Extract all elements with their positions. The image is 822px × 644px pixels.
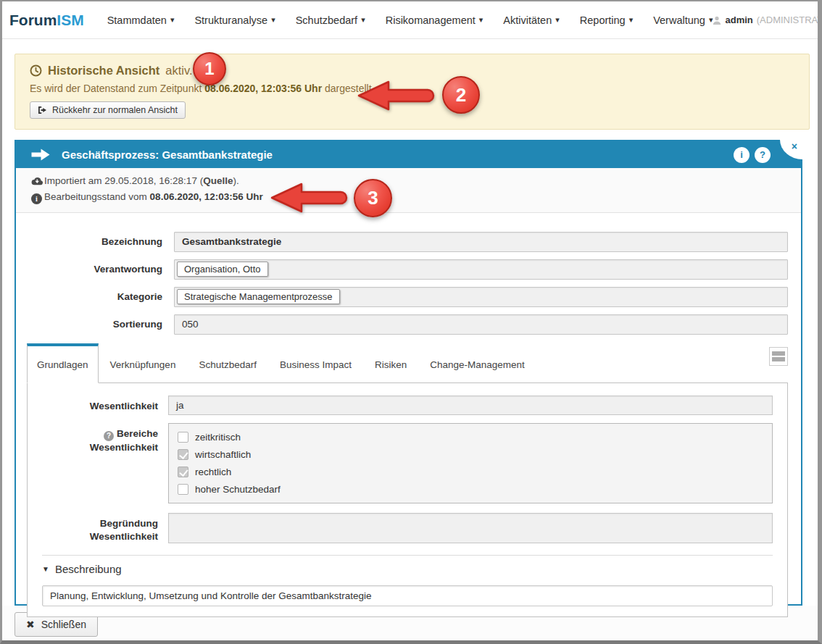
- info-circle-icon: i: [31, 193, 44, 204]
- beschreibung-input[interactable]: Planung, Entwicklung, Umsetzung und Kont…: [42, 585, 773, 606]
- user-name: admin: [725, 14, 752, 25]
- form-row-kategorie: Kategorie Strategische Managementprozess…: [16, 287, 788, 307]
- tab-verknuepfungen[interactable]: Verknüpfungen: [99, 343, 188, 382]
- chevron-down-icon: ▾: [629, 16, 634, 24]
- panel-header-icons: i ?: [734, 147, 771, 163]
- app-logo[interactable]: ForumISM: [9, 12, 84, 29]
- row-wesentlichkeit: Wesentlichkeit ja: [42, 396, 773, 415]
- panel-header: Geschäftsprozess: Gesamtbankstrategie i …: [16, 141, 801, 168]
- tab-risiken[interactable]: Risiken: [363, 343, 418, 382]
- annotation-badge-1: 1: [193, 52, 226, 85]
- tab-bar: Grundlagen Verknüpfungen Schutzbedarf Bu…: [27, 343, 788, 382]
- user-role: (ADMINISTRATOR): [757, 14, 822, 25]
- nav-item-label: Aktivitäten: [503, 14, 552, 26]
- close-button-label: Schließen: [41, 619, 86, 630]
- list-view-icon[interactable]: [769, 347, 788, 366]
- return-to-normal-view-button[interactable]: Rückkehr zur normalen Ansicht: [30, 101, 186, 119]
- tab-schutzbedarf[interactable]: Schutzbedarf: [187, 343, 268, 382]
- section-divider: [42, 555, 773, 556]
- triangle-down-icon: ▼: [42, 565, 49, 573]
- row-bereiche-wesentlichkeit: ?Bereiche Wesentlichkeit zeitkritisch wi…: [42, 423, 773, 503]
- import-text: Importiert am 29.05.2018, 16:28:17 (: [44, 175, 203, 186]
- nav-item-label: Risikomanagement: [386, 14, 476, 26]
- checkbox-label: hoher Schutzbedarf: [195, 484, 281, 495]
- business-process-panel: Geschäftsprozess: Gesamtbankstrategie i …: [14, 140, 802, 606]
- user-menu[interactable]: admin (ADMINISTRATOR) ▾: [713, 14, 822, 25]
- logo-part-ism: ISM: [57, 12, 83, 28]
- checkbox-label: rechtlich: [195, 467, 231, 477]
- bezeichnung-field: Gesamtbankstrategie: [174, 232, 788, 252]
- checkbox-label: wirtschaftlich: [195, 449, 251, 460]
- arrow-right-icon: [31, 149, 50, 161]
- tab-area: Grundlagen Verknüpfungen Schutzbedarf Bu…: [27, 343, 788, 617]
- sign-out-icon: [38, 106, 47, 114]
- import-info-line: Importiert am 29.05.2018, 16:28:17 (Quel…: [31, 173, 786, 189]
- annotation-arrow-3: [270, 182, 351, 214]
- quelle-link[interactable]: Quelle: [203, 175, 233, 186]
- annotation-arrow-2: [357, 80, 438, 112]
- edit-state-timestamp: 08.06.2020, 12:03:56 Uhr: [150, 191, 263, 202]
- clock-icon: [30, 64, 42, 77]
- nav-item-strukturanalyse[interactable]: Strukturanalyse▾: [194, 14, 275, 26]
- beschreibung-title: Beschreibung: [55, 563, 122, 575]
- begruendung-field: [168, 513, 773, 543]
- process-form: Bezeichnung Gesamtbankstrategie Verantwo…: [16, 213, 801, 335]
- form-row-sortierung: Sortierung 050: [16, 314, 788, 335]
- bereiche-label: ?Bereiche Wesentlichkeit: [42, 423, 158, 503]
- logo-part-forum: Forum: [9, 12, 57, 28]
- checkbox-row-wirtschaftlich: wirtschaftlich: [178, 449, 763, 460]
- bezeichnung-label: Bezeichnung: [32, 232, 162, 252]
- kategorie-field: Strategische Managementprozesse: [174, 287, 788, 307]
- kategorie-label: Kategorie: [32, 287, 162, 307]
- row-begruendung: Begründung Wesentlichkeit: [42, 513, 773, 543]
- banner-title-text: Historische Ansicht: [48, 64, 159, 78]
- beschreibung-section-toggle[interactable]: ▼ Beschreibung: [42, 563, 773, 575]
- nav-item-risikomanagement[interactable]: Risikomanagement▾: [386, 14, 483, 26]
- import-text-suffix: ).: [233, 175, 238, 186]
- banner-title: Historische Ansicht aktiv.: [30, 64, 794, 78]
- help-icon[interactable]: ?: [755, 147, 771, 163]
- bereiche-checkbox-group: zeitkritisch wirtschaftlich rechtlich: [168, 423, 773, 503]
- top-navbar: ForumISM Stammdaten▾ Strukturanalyse▾ Sc…: [2, 1, 818, 39]
- form-row-verantwortung: Verantwortung Organisation, Otto: [16, 259, 788, 280]
- nav-item-label: Verwaltung: [653, 14, 705, 26]
- edit-state-text: Bearbeitungsstand vom: [44, 191, 147, 202]
- checkbox-wirtschaftlich: [178, 449, 188, 460]
- tab-change-management[interactable]: Change-Management: [418, 343, 536, 382]
- sortierung-label: Sortierung: [32, 314, 162, 335]
- checkbox-row-rechtlich: rechtlich: [178, 467, 763, 477]
- help-icon[interactable]: ?: [104, 431, 114, 441]
- close-icon: ×: [792, 141, 797, 152]
- tab-grundlagen[interactable]: Grundlagen: [27, 343, 99, 383]
- tab-business-impact[interactable]: Business Impact: [268, 343, 363, 382]
- annotation-badge-3: 3: [354, 179, 392, 217]
- kategorie-chip[interactable]: Strategische Managementprozesse: [177, 289, 340, 304]
- chevron-down-icon: ▾: [271, 16, 275, 24]
- nav-item-schutzbedarf[interactable]: Schutzbedarf▾: [296, 14, 365, 26]
- nav-item-label: Reporting: [580, 14, 626, 26]
- verantwortung-label: Verantwortung: [32, 259, 162, 280]
- sortierung-field: 050: [174, 314, 788, 335]
- chevron-down-icon: ▾: [555, 16, 560, 24]
- nav-item-aktivitaeten[interactable]: Aktivitäten▾: [503, 14, 559, 26]
- bereiche-label-line2: Wesentlichkeit: [90, 442, 158, 453]
- banner-message-prefix: Es wird der Datenstand zum Zeitpunkt: [30, 83, 202, 94]
- nav-item-label: Schutzbedarf: [296, 14, 357, 26]
- verantwortung-field: Organisation, Otto: [174, 259, 788, 280]
- info-icon[interactable]: i: [734, 147, 750, 163]
- nav-item-label: Strukturanalyse: [194, 14, 267, 26]
- x-icon: ✖: [26, 619, 35, 630]
- nav-item-verwaltung[interactable]: Verwaltung▾: [653, 14, 713, 26]
- checkbox-row-zeitkritisch: zeitkritisch: [178, 432, 763, 443]
- nav-item-stammdaten[interactable]: Stammdaten▾: [107, 14, 175, 26]
- edit-state-line: iBearbeitungsstand vom 08.06.2020, 12:03…: [31, 189, 786, 205]
- wesentlichkeit-label: Wesentlichkeit: [42, 396, 158, 415]
- verantwortung-chip[interactable]: Organisation, Otto: [177, 262, 268, 277]
- checkbox-row-hoher-schutzbedarf: hoher Schutzbedarf: [178, 484, 763, 495]
- cloud-download-icon: [31, 176, 44, 185]
- nav-item-reporting[interactable]: Reporting▾: [580, 14, 633, 26]
- begruendung-label: Begründung Wesentlichkeit: [32, 513, 158, 543]
- panel-meta: Importiert am 29.05.2018, 16:28:17 (Quel…: [16, 168, 801, 213]
- annotation-badge-2: 2: [442, 76, 480, 114]
- tab-content-grundlagen: Wesentlichkeit ja ?Bereiche Wesentlichke…: [27, 382, 788, 617]
